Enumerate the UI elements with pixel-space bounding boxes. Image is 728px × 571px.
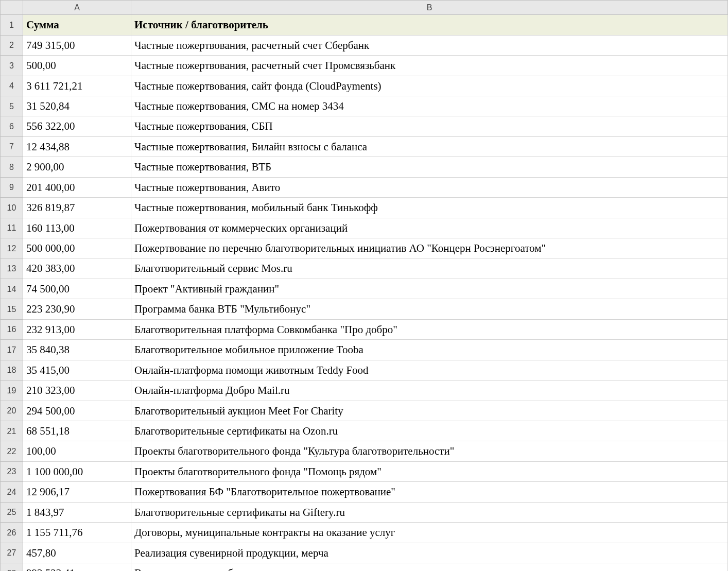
source-cell[interactable]: Частные пожертвования, Авито: [131, 177, 728, 197]
amount-cell[interactable]: 993 523,41: [23, 563, 131, 572]
amount-cell[interactable]: 35 415,00: [23, 360, 131, 380]
row-header[interactable]: 14: [1, 279, 23, 299]
amount-cell[interactable]: 12 906,17: [23, 482, 131, 502]
table-row: 16232 913,00Благотворительная платформа …: [1, 319, 728, 339]
amount-cell[interactable]: 2 900,00: [23, 157, 131, 177]
source-cell[interactable]: Частные пожертвования, Билайн взносы с б…: [131, 136, 728, 157]
source-cell[interactable]: Онлайн-платформа Добро Mail.ru: [131, 380, 728, 401]
amount-cell[interactable]: 420 383,00: [23, 258, 131, 279]
source-cell[interactable]: Реализация сувенирной продукции, мерча: [131, 543, 728, 563]
source-cell[interactable]: Проекты благотворительного фонда "Помощь…: [131, 461, 728, 481]
row-header[interactable]: 28: [1, 563, 23, 572]
row-header[interactable]: 10: [1, 198, 23, 218]
row-header[interactable]: 20: [1, 401, 23, 421]
table-row: 712 434,88Частные пожертвования, Билайн …: [1, 136, 728, 157]
row-header[interactable]: 1: [1, 15, 23, 35]
source-cell[interactable]: Договоры, муниципальные контракты на ока…: [131, 523, 728, 543]
row-header[interactable]: 23: [1, 461, 23, 481]
source-cell[interactable]: Проекты благотворительного фонда "Культу…: [131, 441, 728, 461]
source-cell[interactable]: Пожертвование по перечню благотворительн…: [131, 238, 728, 258]
col-header-a[interactable]: A: [23, 1, 131, 15]
amount-cell[interactable]: 457,80: [23, 543, 131, 563]
row-header[interactable]: 9: [1, 177, 23, 197]
amount-cell[interactable]: 160 113,00: [23, 218, 131, 238]
row-header[interactable]: 15: [1, 299, 23, 319]
source-cell[interactable]: Пожертвования от коммерческих организаци…: [131, 218, 728, 238]
row-header[interactable]: 27: [1, 543, 23, 563]
corner-cell[interactable]: [1, 1, 23, 15]
source-cell[interactable]: Частные пожертвования, расчетный счет Сб…: [131, 35, 728, 55]
table-row: 231 100 000,00Проекты благотворительного…: [1, 461, 728, 481]
row-header[interactable]: 8: [1, 157, 23, 177]
amount-cell[interactable]: 201 400,00: [23, 177, 131, 197]
amount-cell[interactable]: 223 230,90: [23, 299, 131, 319]
amount-cell[interactable]: 210 323,00: [23, 380, 131, 401]
source-cell[interactable]: Частные пожертвования, расчетный счет Пр…: [131, 56, 728, 76]
amount-cell[interactable]: 294 500,00: [23, 401, 131, 421]
amount-cell[interactable]: 500 000,00: [23, 238, 131, 258]
amount-cell[interactable]: 500,00: [23, 56, 131, 76]
source-cell[interactable]: Благотворительные сертификаты на Ozon.ru: [131, 421, 728, 441]
amount-cell[interactable]: 3 611 721,21: [23, 76, 131, 96]
col-header-b[interactable]: B: [131, 1, 728, 15]
table-row: 20294 500,00Благотворительный аукцион Me…: [1, 401, 728, 421]
row-header[interactable]: 6: [1, 116, 23, 136]
row-header[interactable]: 25: [1, 502, 23, 522]
header-amount[interactable]: Сумма: [23, 15, 131, 35]
table-row: 2412 906,17Пожертвования БФ "Благотворит…: [1, 482, 728, 502]
source-cell[interactable]: Благотворительный сервис Mos.ru: [131, 258, 728, 279]
spreadsheet-grid: A B 1 Сумма Источник / благотворитель 27…: [0, 0, 728, 571]
row-header[interactable]: 11: [1, 218, 23, 238]
table-row: 82 900,00Частные пожертвования, ВТБ: [1, 157, 728, 177]
row-header[interactable]: 21: [1, 421, 23, 441]
amount-cell[interactable]: 12 434,88: [23, 136, 131, 157]
amount-cell[interactable]: 1 843,97: [23, 502, 131, 522]
row-header[interactable]: 7: [1, 136, 23, 157]
header-source[interactable]: Источник / благотворитель: [131, 15, 728, 35]
source-cell[interactable]: Благотворительная платформа Совкомбанка …: [131, 319, 728, 339]
amount-cell[interactable]: 749 315,00: [23, 35, 131, 55]
row-header[interactable]: 18: [1, 360, 23, 380]
row-header[interactable]: 2: [1, 35, 23, 55]
amount-cell[interactable]: 35 840,38: [23, 340, 131, 360]
amount-cell[interactable]: 100,00: [23, 441, 131, 461]
row-header[interactable]: 26: [1, 523, 23, 543]
source-cell[interactable]: Благотворительный аукцион Meet For Chari…: [131, 401, 728, 421]
row-header[interactable]: 3: [1, 56, 23, 76]
table-row: 43 611 721,21Частные пожертвования, сайт…: [1, 76, 728, 96]
source-cell[interactable]: Частные пожертвования, СБП: [131, 116, 728, 136]
source-cell[interactable]: Онлайн-платформа помощи животным Teddy F…: [131, 360, 728, 380]
source-cell[interactable]: Благотворительные сертификаты на Giftery…: [131, 502, 728, 522]
row-header[interactable]: 19: [1, 380, 23, 401]
row-header[interactable]: 12: [1, 238, 23, 258]
source-cell[interactable]: Частные пожертвования, СМС на номер 3434: [131, 96, 728, 116]
row-header[interactable]: 13: [1, 258, 23, 279]
amount-cell[interactable]: 1 155 711,76: [23, 523, 131, 543]
amount-cell[interactable]: 326 819,87: [23, 198, 131, 218]
source-cell[interactable]: Пожертвования БФ "Благотворительное поже…: [131, 482, 728, 502]
row-header[interactable]: 17: [1, 340, 23, 360]
source-cell[interactable]: Частные пожертвования, ВТБ: [131, 157, 728, 177]
row-header[interactable]: 16: [1, 319, 23, 339]
source-cell[interactable]: Проект "Активный гражданин": [131, 279, 728, 299]
source-cell[interactable]: Программа банка ВТБ "Мультибонус": [131, 299, 728, 319]
source-cell[interactable]: Выплата процентов банком: [131, 563, 728, 572]
source-cell[interactable]: Частные пожертвования, мобильный банк Ти…: [131, 198, 728, 218]
table-row: 2749 315,00Частные пожертвования, расчет…: [1, 35, 728, 55]
row-header[interactable]: 4: [1, 76, 23, 96]
table-row: 2168 551,18Благотворительные сертификаты…: [1, 421, 728, 441]
amount-cell[interactable]: 556 322,00: [23, 116, 131, 136]
amount-cell[interactable]: 68 551,18: [23, 421, 131, 441]
row-header[interactable]: 24: [1, 482, 23, 502]
amount-cell[interactable]: 1 100 000,00: [23, 461, 131, 481]
table-row: 3500,00Частные пожертвования, расчетный …: [1, 56, 728, 76]
source-cell[interactable]: Частные пожертвования, сайт фонда (Cloud…: [131, 76, 728, 96]
amount-cell[interactable]: 31 520,84: [23, 96, 131, 116]
row-header[interactable]: 5: [1, 96, 23, 116]
table-row: 12500 000,00Пожертвование по перечню бла…: [1, 238, 728, 258]
amount-cell[interactable]: 74 500,00: [23, 279, 131, 299]
source-cell[interactable]: Благотворительное мобильное приложение T…: [131, 340, 728, 360]
amount-cell[interactable]: 232 913,00: [23, 319, 131, 339]
table-row: 9201 400,00Частные пожертвования, Авито: [1, 177, 728, 197]
row-header[interactable]: 22: [1, 441, 23, 461]
